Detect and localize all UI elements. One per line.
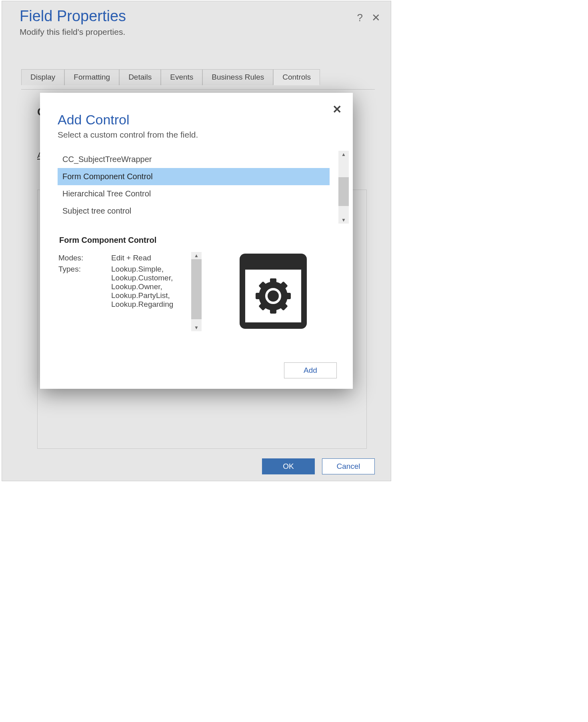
- control-detail-panel: Modes: Edit + Read Types: Lookup.Simple,…: [58, 252, 202, 330]
- add-control-subtitle: Select a custom control from the field.: [58, 130, 337, 140]
- scroll-thumb[interactable]: [191, 259, 202, 319]
- control-detail-row: Modes: Edit + Read Types: Lookup.Simple,…: [58, 252, 337, 330]
- modes-value: Edit + Read: [111, 253, 173, 263]
- control-list-item[interactable]: Subject tree control: [58, 202, 330, 220]
- scroll-down-icon[interactable]: ▼: [338, 216, 349, 224]
- add-control-title: Add Control: [58, 112, 337, 128]
- scroll-down-icon[interactable]: ▼: [191, 324, 202, 331]
- detail-scrollbar[interactable]: ▲ ▼: [191, 252, 202, 331]
- control-preview: [210, 252, 337, 330]
- scroll-up-icon[interactable]: ▲: [338, 151, 349, 158]
- add-control-dialog: ✕ Add Control Select a custom control fr…: [40, 93, 353, 389]
- svg-point-14: [270, 292, 277, 300]
- control-list-item[interactable]: Form Component Control: [58, 168, 330, 185]
- control-list-item[interactable]: Hierarchical Tree Control: [58, 185, 330, 202]
- control-detail-table: Modes: Edit + Read Types: Lookup.Simple,…: [58, 252, 174, 310]
- add-control-footer: Add: [284, 362, 337, 378]
- tab-controls[interactable]: Controls: [273, 69, 320, 85]
- add-button[interactable]: Add: [284, 362, 337, 378]
- control-list[interactable]: CC_SubjectTreeWrapperForm Component Cont…: [58, 151, 330, 224]
- list-scrollbar[interactable]: ▲ ▼: [338, 151, 349, 224]
- types-value: Lookup.Simple,Lookup.Customer,Lookup.Own…: [111, 264, 173, 310]
- gear-window-icon: [238, 252, 308, 330]
- scroll-up-icon[interactable]: ▲: [191, 252, 202, 259]
- control-list-item[interactable]: CC_SubjectTreeWrapper: [58, 151, 330, 168]
- modes-label: Modes:: [58, 253, 110, 263]
- selected-control-title: Form Component Control: [59, 236, 337, 245]
- control-list-container: CC_SubjectTreeWrapperForm Component Cont…: [58, 151, 337, 224]
- close-icon[interactable]: ✕: [332, 104, 342, 115]
- types-label: Types:: [58, 264, 110, 310]
- scroll-thumb[interactable]: [338, 177, 349, 206]
